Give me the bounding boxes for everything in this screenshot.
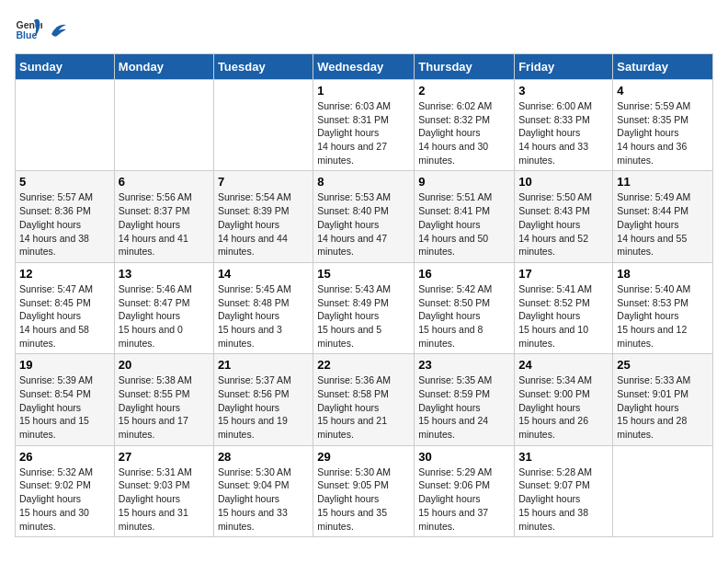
day-number: 5 <box>19 175 110 189</box>
calendar-cell: 26Sunrise: 5:32 AMSunset: 9:02 PMDayligh… <box>16 445 115 536</box>
calendar-cell: 10Sunrise: 5:50 AMSunset: 8:43 PMDayligh… <box>515 171 613 262</box>
day-number: 12 <box>19 267 110 281</box>
calendar-cell: 14Sunrise: 5:45 AMSunset: 8:48 PMDayligh… <box>213 262 313 353</box>
day-info: Sunrise: 5:47 AMSunset: 8:45 PMDaylight … <box>19 282 110 350</box>
calendar-cell: 20Sunrise: 5:38 AMSunset: 8:55 PMDayligh… <box>114 354 213 445</box>
calendar-cell: 30Sunrise: 5:29 AMSunset: 9:06 PMDayligh… <box>415 445 515 536</box>
day-number: 22 <box>317 358 410 372</box>
day-number: 2 <box>418 84 510 98</box>
calendar-cell: 13Sunrise: 5:46 AMSunset: 8:47 PMDayligh… <box>114 262 213 353</box>
day-info: Sunrise: 5:38 AMSunset: 8:55 PMDaylight … <box>119 373 210 441</box>
calendar-cell: 2Sunrise: 6:02 AMSunset: 8:32 PMDaylight… <box>415 80 515 171</box>
day-info: Sunrise: 5:34 AMSunset: 9:00 PMDaylight … <box>518 373 609 441</box>
calendar-cell: 3Sunrise: 6:00 AMSunset: 8:33 PMDaylight… <box>515 80 613 171</box>
calendar-cell <box>213 80 313 171</box>
day-number: 29 <box>317 450 410 464</box>
day-number: 8 <box>317 175 410 189</box>
day-info: Sunrise: 5:51 AMSunset: 8:41 PMDaylight … <box>418 190 510 258</box>
day-number: 31 <box>518 450 609 464</box>
calendar-cell: 12Sunrise: 5:47 AMSunset: 8:45 PMDayligh… <box>16 262 115 353</box>
header-wednesday: Wednesday <box>313 54 415 80</box>
calendar-cell: 23Sunrise: 5:35 AMSunset: 8:59 PMDayligh… <box>415 354 515 445</box>
day-number: 16 <box>418 267 510 281</box>
day-number: 28 <box>218 450 309 464</box>
day-info: Sunrise: 5:35 AMSunset: 8:59 PMDaylight … <box>418 373 510 441</box>
day-number: 3 <box>518 84 609 98</box>
calendar-cell: 16Sunrise: 5:42 AMSunset: 8:50 PMDayligh… <box>415 262 515 353</box>
calendar-cell <box>613 445 713 536</box>
calendar-cell: 31Sunrise: 5:28 AMSunset: 9:07 PMDayligh… <box>515 445 613 536</box>
day-number: 27 <box>119 450 210 464</box>
day-info: Sunrise: 5:45 AMSunset: 8:48 PMDaylight … <box>218 282 309 350</box>
day-info: Sunrise: 6:03 AMSunset: 8:31 PMDaylight … <box>317 99 410 167</box>
calendar-cell: 21Sunrise: 5:37 AMSunset: 8:56 PMDayligh… <box>213 354 313 445</box>
day-number: 20 <box>119 358 210 372</box>
calendar-table: SundayMondayTuesdayWednesdayThursdayFrid… <box>15 53 713 537</box>
day-info: Sunrise: 5:46 AMSunset: 8:47 PMDaylight … <box>119 282 210 350</box>
calendar-cell: 4Sunrise: 5:59 AMSunset: 8:35 PMDaylight… <box>613 80 713 171</box>
day-number: 26 <box>19 450 110 464</box>
header-friday: Friday <box>515 54 613 80</box>
week-row-1: 1Sunrise: 6:03 AMSunset: 8:31 PMDaylight… <box>16 80 713 171</box>
week-row-2: 5Sunrise: 5:57 AMSunset: 8:36 PMDaylight… <box>16 171 713 262</box>
day-number: 24 <box>518 358 609 372</box>
calendar-cell: 28Sunrise: 5:30 AMSunset: 9:04 PMDayligh… <box>213 445 313 536</box>
week-row-5: 26Sunrise: 5:32 AMSunset: 9:02 PMDayligh… <box>16 445 713 536</box>
day-info: Sunrise: 5:57 AMSunset: 8:36 PMDaylight … <box>19 190 110 258</box>
calendar-cell: 17Sunrise: 5:41 AMSunset: 8:52 PMDayligh… <box>515 262 613 353</box>
day-number: 21 <box>218 358 309 372</box>
day-info: Sunrise: 5:36 AMSunset: 8:58 PMDaylight … <box>317 373 410 441</box>
calendar-cell: 6Sunrise: 5:56 AMSunset: 8:37 PMDaylight… <box>114 171 213 262</box>
day-number: 7 <box>218 175 309 189</box>
day-number: 4 <box>617 84 709 98</box>
day-number: 13 <box>119 267 210 281</box>
day-number: 11 <box>617 175 709 189</box>
calendar-cell: 22Sunrise: 5:36 AMSunset: 8:58 PMDayligh… <box>313 354 415 445</box>
calendar-cell: 9Sunrise: 5:51 AMSunset: 8:41 PMDaylight… <box>415 171 515 262</box>
calendar-cell: 25Sunrise: 5:33 AMSunset: 9:01 PMDayligh… <box>613 354 713 445</box>
day-number: 15 <box>317 267 410 281</box>
day-info: Sunrise: 5:30 AMSunset: 9:04 PMDaylight … <box>218 465 309 533</box>
day-info: Sunrise: 5:32 AMSunset: 9:02 PMDaylight … <box>19 465 110 533</box>
day-info: Sunrise: 5:53 AMSunset: 8:40 PMDaylight … <box>317 190 410 258</box>
day-info: Sunrise: 5:40 AMSunset: 8:53 PMDaylight … <box>617 282 709 350</box>
day-info: Sunrise: 5:30 AMSunset: 9:05 PMDaylight … <box>317 465 410 533</box>
day-info: Sunrise: 5:56 AMSunset: 8:37 PMDaylight … <box>119 190 210 258</box>
calendar-cell: 7Sunrise: 5:54 AMSunset: 8:39 PMDaylight… <box>213 171 313 262</box>
day-info: Sunrise: 5:31 AMSunset: 9:03 PMDaylight … <box>119 465 210 533</box>
header-row: SundayMondayTuesdayWednesdayThursdayFrid… <box>16 54 713 80</box>
calendar-cell: 19Sunrise: 5:39 AMSunset: 8:54 PMDayligh… <box>16 354 115 445</box>
day-number: 1 <box>317 84 410 98</box>
day-info: Sunrise: 5:33 AMSunset: 9:01 PMDaylight … <box>617 373 709 441</box>
day-info: Sunrise: 5:49 AMSunset: 8:44 PMDaylight … <box>617 190 709 258</box>
day-info: Sunrise: 5:29 AMSunset: 9:06 PMDaylight … <box>418 465 510 533</box>
calendar-cell: 29Sunrise: 5:30 AMSunset: 9:05 PMDayligh… <box>313 445 415 536</box>
day-info: Sunrise: 5:54 AMSunset: 8:39 PMDaylight … <box>218 190 309 258</box>
day-number: 30 <box>418 450 510 464</box>
day-info: Sunrise: 5:59 AMSunset: 8:35 PMDaylight … <box>617 99 709 167</box>
day-number: 25 <box>617 358 709 372</box>
day-info: Sunrise: 5:50 AMSunset: 8:43 PMDaylight … <box>518 190 609 258</box>
calendar-cell: 1Sunrise: 6:03 AMSunset: 8:31 PMDaylight… <box>313 80 415 171</box>
calendar-cell: 8Sunrise: 5:53 AMSunset: 8:40 PMDaylight… <box>313 171 415 262</box>
day-number: 9 <box>418 175 510 189</box>
header-saturday: Saturday <box>613 54 713 80</box>
day-number: 14 <box>218 267 309 281</box>
calendar-cell: 27Sunrise: 5:31 AMSunset: 9:03 PMDayligh… <box>114 445 213 536</box>
calendar-cell <box>114 80 213 171</box>
week-row-3: 12Sunrise: 5:47 AMSunset: 8:45 PMDayligh… <box>16 262 713 353</box>
day-number: 6 <box>119 175 210 189</box>
header-tuesday: Tuesday <box>213 54 313 80</box>
week-row-4: 19Sunrise: 5:39 AMSunset: 8:54 PMDayligh… <box>16 354 713 445</box>
header-sunday: Sunday <box>16 54 115 80</box>
day-number: 17 <box>518 267 609 281</box>
day-info: Sunrise: 6:00 AMSunset: 8:33 PMDaylight … <box>518 99 609 167</box>
day-info: Sunrise: 6:02 AMSunset: 8:32 PMDaylight … <box>418 99 510 167</box>
calendar-header: SundayMondayTuesdayWednesdayThursdayFrid… <box>16 54 713 80</box>
logo: General Blue <box>15 15 68 42</box>
svg-text:Blue: Blue <box>17 29 38 40</box>
page-header: General Blue <box>15 15 713 42</box>
header-thursday: Thursday <box>415 54 515 80</box>
calendar-cell: 15Sunrise: 5:43 AMSunset: 8:49 PMDayligh… <box>313 262 415 353</box>
day-number: 23 <box>418 358 510 372</box>
